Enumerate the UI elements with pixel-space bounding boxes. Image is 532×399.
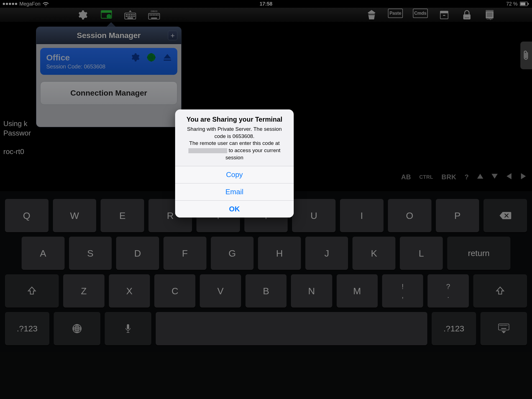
alert-title: You are Sharing your Terminal [182,116,287,123]
sharing-alert: You are Sharing your Terminal Sharing wi… [175,109,294,218]
alert-email-button[interactable]: Email [175,183,294,200]
alert-url-blank [188,148,227,153]
alert-ok-button[interactable]: OK [175,200,294,218]
alert-copy-button[interactable]: Copy [175,166,294,183]
alert-message: Sharing with Private Server. The session… [182,126,287,161]
